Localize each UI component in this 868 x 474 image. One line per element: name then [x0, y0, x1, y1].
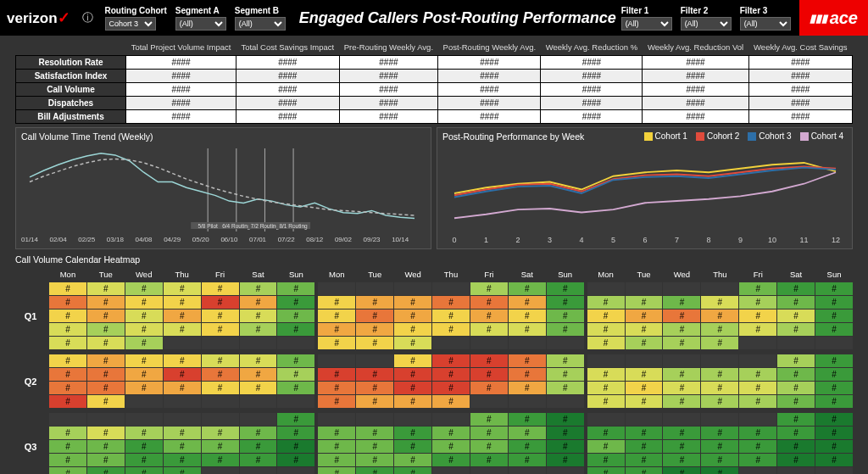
heatmap-panel: ###############################	[49, 282, 314, 349]
metric-cell: ####	[748, 56, 852, 70]
heatmap-cell: #	[701, 323, 738, 336]
heatmap-cell: #	[663, 395, 700, 408]
heatmap-cell: #	[356, 467, 393, 474]
heatmap-cell: #	[470, 440, 508, 453]
heatmap-cell: #	[87, 354, 125, 367]
heatmap-cell	[547, 467, 584, 474]
day-header: Thu	[164, 268, 201, 281]
metric-cell: ####	[643, 56, 748, 70]
heatmap-cell: #	[49, 354, 86, 367]
heatmap-cell: #	[49, 368, 86, 381]
heatmap-cell	[626, 282, 663, 295]
heatmap-cell: #	[470, 368, 508, 381]
heatmap-cell	[815, 337, 853, 349]
heatmap-cell: #	[432, 427, 470, 439]
info-icon[interactable]: ⓘ	[82, 10, 93, 25]
metric-cell: ####	[541, 83, 643, 97]
metric-cell: ####	[339, 56, 438, 70]
heatmap-cell	[815, 467, 853, 474]
heatmap-cell: #	[663, 309, 700, 322]
heatmap-cell: #	[777, 354, 815, 367]
heatmap-cell: #	[277, 454, 314, 466]
heatmap-cell: #	[202, 282, 239, 295]
heatmap-cell: #	[164, 309, 201, 322]
svg-text:09/23: 09/23	[364, 236, 381, 243]
heatmap-cell: #	[777, 368, 815, 381]
heatmap-cell: #	[663, 296, 700, 309]
heatmap-cell: #	[202, 440, 239, 453]
heatmap-cell: #	[663, 467, 700, 474]
heatmap-cell: #	[626, 323, 663, 336]
heatmap-panel: ##########################	[49, 413, 314, 474]
heatmap-cell: #	[356, 323, 393, 336]
heatmap-cell: #	[432, 296, 470, 309]
heatmap-panel: #######################	[318, 354, 583, 408]
heatmap-cell: #	[240, 309, 277, 322]
heatmap-cell: #	[509, 427, 546, 439]
heatmap-cell: #	[277, 282, 314, 295]
heatmap-cell: #	[739, 395, 776, 408]
heatmap-cell: #	[125, 296, 163, 309]
heatmap-cell	[470, 395, 508, 408]
filter-select[interactable]: (All)	[175, 17, 226, 31]
metric-cell: ####	[339, 110, 438, 124]
filter-select[interactable]: (All)	[681, 17, 732, 31]
heatmap-cell	[470, 337, 508, 349]
heatmap-cell: #	[49, 440, 86, 453]
heatmap-cell: #	[701, 395, 738, 408]
svg-text:11: 11	[799, 236, 808, 244]
heatmap-cell: #	[318, 454, 355, 466]
heatmap-cell: #	[394, 467, 431, 474]
metric-cell: ####	[339, 70, 438, 83]
heatmap-cell	[49, 413, 86, 426]
filter-select[interactable]: (All)	[621, 17, 672, 31]
heatmap-cell: #	[470, 282, 508, 295]
day-header: Fri	[739, 268, 776, 281]
heatmap-cell: #	[547, 413, 584, 426]
heatmap-cell	[125, 395, 163, 408]
metric-cell: ####	[126, 110, 236, 124]
svg-text:6: 6	[643, 236, 647, 244]
col-header: Weekly Avg. Reduction %	[541, 39, 643, 56]
day-header: Wed	[125, 268, 163, 281]
heatmap-cell	[587, 413, 625, 426]
heatmap-cell	[470, 467, 508, 474]
heatmap-cell: #	[49, 467, 86, 474]
heatmap-cell: #	[470, 323, 508, 336]
filter-select[interactable]: (All)	[740, 17, 791, 31]
heatmap-cell	[125, 413, 163, 426]
heatmap-cell: #	[125, 354, 163, 367]
heatmap-cell: #	[432, 382, 470, 394]
heatmap-cell: #	[394, 309, 431, 322]
heatmap-cell	[739, 354, 776, 367]
filter-select[interactable]: (All)	[235, 17, 286, 31]
svg-text:03/18: 03/18	[107, 236, 125, 243]
legend-swatch	[800, 132, 809, 141]
heatmap-cell: #	[49, 382, 86, 394]
heatmap-cell: #	[815, 427, 853, 439]
heatmap-cell: #	[587, 395, 625, 408]
filters-right: Filter 1(All)Filter 2(All)Filter 3(All)	[621, 6, 799, 31]
metric-cell: ####	[438, 110, 541, 124]
metric-cell: ####	[438, 70, 541, 83]
heatmap-cell	[663, 354, 700, 367]
bars-icon: ▮▮▮	[810, 12, 827, 25]
legend-label: Cohort 1	[655, 131, 687, 141]
metric-cell: ####	[438, 56, 541, 70]
legend-item: Cohort 1	[644, 131, 687, 141]
heatmap-panel: ###########################	[318, 282, 583, 349]
metric-cell: ####	[236, 83, 340, 97]
metric-cell: ####	[339, 97, 438, 110]
day-header: Sat	[509, 268, 546, 281]
heatmap-cell: #	[815, 282, 853, 295]
heatmap-cell: #	[277, 296, 314, 309]
svg-text:10: 10	[768, 236, 776, 244]
svg-text:6/4 Routing: 6/4 Routing	[222, 223, 251, 230]
filter-select[interactable]: Cohort 3	[105, 17, 156, 31]
heatmap-cell: #	[49, 337, 86, 349]
metric-cell: ####	[643, 83, 748, 97]
day-header: Fri	[202, 268, 239, 281]
heatmap-cell: #	[701, 467, 738, 474]
filter-label: Filter 1	[621, 6, 672, 15]
heatmap-cell: #	[663, 368, 700, 381]
